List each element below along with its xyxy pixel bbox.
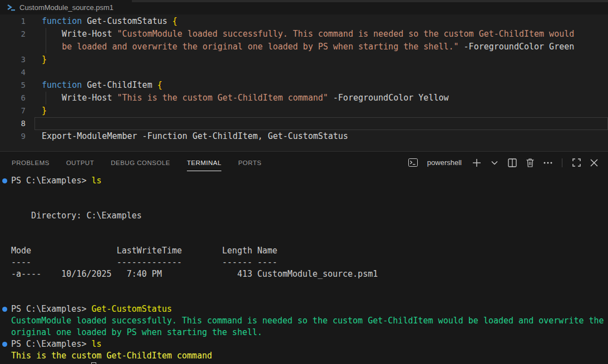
tab-problems[interactable]: PROBLEMS — [12, 159, 50, 166]
line-number: 1 — [0, 15, 26, 28]
code-line-text: Write-Host "CustomModule loaded successf… — [42, 28, 574, 41]
shell-profile-label[interactable]: powershell — [427, 158, 462, 167]
maximize-panel-icon[interactable] — [570, 157, 582, 169]
close-panel-icon[interactable] — [588, 157, 600, 169]
line-number: 3 — [0, 53, 26, 66]
command-decoration-dot[interactable] — [2, 342, 7, 347]
code-line[interactable]: 1function Get-CustomStatus { — [0, 15, 608, 28]
terminal-line[interactable]: CustomModule loaded successfully. This c… — [0, 315, 608, 327]
code-line[interactable]: be loaded and overwrite the original one… — [0, 41, 608, 53]
line-number: 7 — [0, 104, 26, 117]
terminal-line[interactable] — [0, 233, 608, 245]
command-decoration-dot[interactable] — [2, 178, 7, 183]
tab-filename: CustomModule_source.psm1 — [19, 3, 113, 12]
current-line-highlight — [34, 117, 608, 130]
line-number: 4 — [0, 66, 26, 79]
kill-terminal-icon[interactable] — [524, 157, 536, 169]
terminal-line[interactable] — [0, 198, 608, 210]
code-line[interactable]: 6 Write-Host "This is the custom Get-Chi… — [0, 92, 608, 104]
terminal-output: PS C:\Examples> ls Directory: C:\Example… — [0, 175, 608, 362]
launch-profile-chevron-icon[interactable] — [488, 157, 501, 169]
code-line[interactable]: 8 — [0, 117, 608, 130]
code-line[interactable]: 9Export-ModuleMember -Function Get-Child… — [0, 130, 608, 143]
powershell-file-icon — [7, 4, 16, 11]
terminal-line[interactable]: This is the custom Get-ChildItem command — [0, 350, 608, 362]
terminal-icon — [407, 157, 419, 169]
code-line-text: function Get-CustomStatus { — [42, 15, 177, 28]
code-line[interactable]: 3} — [0, 53, 608, 66]
vscode-window: { "titlebar": { "filename": "CustomModul… — [0, 0, 608, 364]
line-number: 6 — [0, 92, 26, 104]
terminal-line[interactable]: ---- ------------- ------ ---- — [0, 257, 608, 268]
tab-output[interactable]: OUTPUT — [66, 159, 94, 166]
editor-lines: 1function Get-CustomStatus {2 Write-Host… — [0, 15, 608, 143]
terminal-line[interactable] — [0, 280, 608, 292]
terminal-line[interactable] — [0, 222, 608, 233]
terminal-line[interactable]: original one loaded by PS when starting … — [0, 327, 608, 338]
panel-actions: powershell — [407, 157, 608, 169]
panel-header: PROBLEMS OUTPUT DEBUG CONSOLE TERMINAL P… — [0, 151, 608, 173]
terminal-panel[interactable]: PS C:\Examples> ls Directory: C:\Example… — [0, 173, 608, 364]
panel-tabs: PROBLEMS OUTPUT DEBUG CONSOLE TERMINAL P… — [0, 159, 407, 166]
split-terminal-icon[interactable] — [506, 157, 518, 169]
editor[interactable]: 1function Get-CustomStatus {2 Write-Host… — [0, 14, 608, 151]
code-line-text: function Get-ChildItem { — [42, 79, 162, 92]
terminal-line[interactable]: Directory: C:\Examples — [0, 210, 608, 222]
code-line-text: } — [42, 104, 47, 117]
terminal-line[interactable]: PS C:\Examples> ls — [0, 175, 608, 187]
editor-tab-custommodule[interactable]: CustomModule_source.psm1 — [0, 0, 113, 14]
code-line[interactable]: 2 Write-Host "CustomModule loaded succes… — [0, 28, 608, 41]
line-number: 2 — [0, 28, 26, 41]
line-number: 5 — [0, 79, 26, 92]
tab-strip-background — [132, 0, 608, 2]
code-line-text: } — [42, 53, 47, 66]
terminal-line[interactable]: PS C:\Examples> Get-CustomStatus — [0, 303, 608, 315]
tab-terminal[interactable]: TERMINAL — [187, 159, 221, 166]
terminal-line[interactable]: PS C:\Examples> ls — [0, 338, 608, 350]
new-terminal-icon[interactable] — [471, 157, 483, 169]
more-actions-icon[interactable] — [542, 157, 554, 169]
code-line[interactable]: 4 — [0, 66, 608, 79]
code-line-text: Export-ModuleMember -Function Get-ChildI… — [42, 130, 348, 143]
tab-bar: CustomModule_source.psm1 — [0, 0, 608, 14]
code-line[interactable]: 7} — [0, 104, 608, 117]
terminal-line[interactable]: -a---- 10/16/2025 7:40 PM 413 CustomModu… — [0, 268, 608, 280]
tab-debug-console[interactable]: DEBUG CONSOLE — [111, 159, 170, 166]
terminal-line[interactable] — [0, 292, 608, 303]
code-line[interactable]: 5function Get-ChildItem { — [0, 79, 608, 92]
command-decoration-dot[interactable] — [2, 307, 7, 312]
line-number: 8 — [0, 117, 26, 130]
tab-ports[interactable]: PORTS — [238, 159, 261, 166]
line-number: 9 — [0, 130, 26, 143]
code-line-text: be loaded and overwrite the original one… — [42, 41, 574, 53]
code-line-text: Write-Host "This is the custom Get-Child… — [42, 92, 449, 104]
terminal-line[interactable]: Mode LastWriteTime Length Name — [0, 245, 608, 257]
actions-separator — [562, 158, 562, 167]
terminal-line[interactable] — [0, 187, 608, 198]
